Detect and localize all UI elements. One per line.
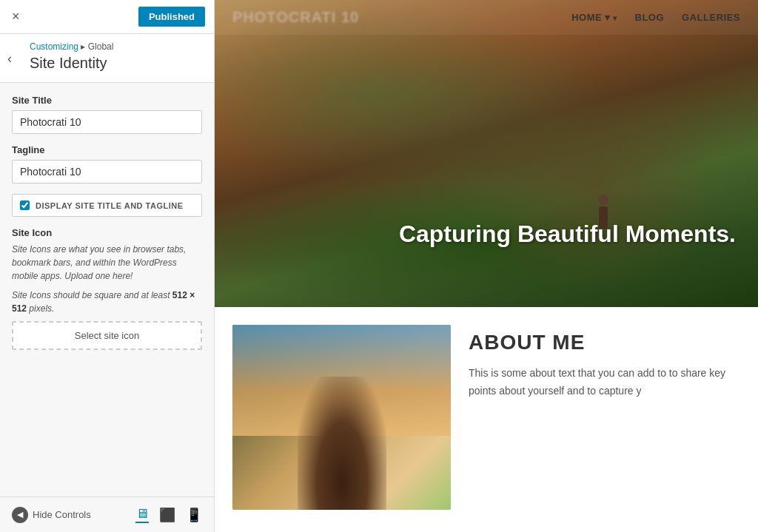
- site-title-input[interactable]: [12, 110, 202, 134]
- site-title-label: Site Title: [12, 95, 202, 106]
- breadcrumb-global: Global: [88, 41, 114, 52]
- site-nav: HOME ▾ BLOG GALLERIES: [571, 12, 740, 23]
- breadcrumb-customizing[interactable]: Customizing: [30, 41, 78, 52]
- hide-controls-arrow: ◀: [12, 507, 28, 523]
- site-icon-desc1: Site Icons are what you see in browser t…: [12, 243, 202, 283]
- site-icon-desc2: Site Icons should be square and at least…: [12, 289, 202, 315]
- preview-panel: PHOTOCRATI 10 HOME ▾ BLOG GALLERIES Capt…: [215, 0, 758, 532]
- figure-body: [599, 206, 608, 229]
- panel-header: ‹ Customizing ▸ Global Site Identity: [0, 34, 214, 83]
- display-checkbox-label: DISPLAY SITE TITLE AND TAGLINE: [36, 201, 184, 210]
- tagline-input[interactable]: [12, 160, 202, 183]
- nav-galleries[interactable]: GALLERIES: [682, 12, 740, 23]
- back-button[interactable]: ‹: [7, 50, 12, 66]
- published-button[interactable]: Published: [138, 7, 205, 27]
- tablet-device-button[interactable]: ⬛: [159, 507, 175, 523]
- site-icon-label: Site Icon: [12, 227, 202, 238]
- tagline-group: Tagline: [12, 144, 202, 183]
- about-text: This is some about text that you can add…: [469, 365, 740, 400]
- nav-home[interactable]: HOME ▾: [571, 12, 617, 23]
- tagline-label: Tagline: [12, 144, 202, 155]
- top-bar: × Published: [0, 0, 214, 34]
- hero-figure: [597, 196, 610, 233]
- device-icons: 🖥 ⬛ 📱: [135, 506, 202, 523]
- hero-overlay: [215, 0, 758, 307]
- about-section: ABOUT ME This is some about text that yo…: [215, 307, 758, 532]
- site-logo: PHOTOCRATI 10: [232, 9, 359, 26]
- about-content: ABOUT ME This is some about text that yo…: [469, 325, 740, 400]
- select-site-icon-button[interactable]: Select site icon: [12, 321, 202, 350]
- panel-content: Site Title Tagline DISPLAY SITE TITLE AN…: [0, 83, 214, 496]
- panel-footer: ◀ Hide Controls 🖥 ⬛ 📱: [0, 496, 214, 532]
- preview-area: PHOTOCRATI 10 HOME ▾ BLOG GALLERIES Capt…: [215, 0, 758, 532]
- figure-head: [598, 195, 608, 205]
- panel-title: Site Identity: [30, 55, 202, 72]
- breadcrumb-separator: ▸: [78, 41, 88, 52]
- hero-caption: Capturing Beautiful Moments.: [399, 220, 736, 248]
- display-checkbox[interactable]: [20, 201, 30, 210]
- site-header: PHOTOCRATI 10 HOME ▾ BLOG GALLERIES: [215, 0, 758, 35]
- hide-controls-button[interactable]: ◀ Hide Controls: [12, 507, 91, 523]
- display-checkbox-row[interactable]: DISPLAY SITE TITLE AND TAGLINE: [12, 194, 202, 217]
- close-button[interactable]: ×: [9, 9, 23, 24]
- site-title-group: Site Title: [12, 95, 202, 134]
- customizer-panel: × Published ‹ Customizing ▸ Global Site …: [0, 0, 215, 532]
- about-title: ABOUT ME: [469, 331, 740, 354]
- hide-controls-label: Hide Controls: [33, 509, 91, 520]
- about-photo-figure: [298, 377, 386, 510]
- breadcrumb: Customizing ▸ Global: [30, 41, 202, 52]
- nav-blog[interactable]: BLOG: [635, 12, 665, 23]
- hero-section: PHOTOCRATI 10 HOME ▾ BLOG GALLERIES Capt…: [215, 0, 758, 307]
- mobile-device-button[interactable]: 📱: [186, 507, 202, 523]
- site-icon-section: Site Icon Site Icons are what you see in…: [12, 227, 202, 350]
- about-photo: [232, 325, 451, 510]
- desktop-device-button[interactable]: 🖥: [135, 506, 149, 523]
